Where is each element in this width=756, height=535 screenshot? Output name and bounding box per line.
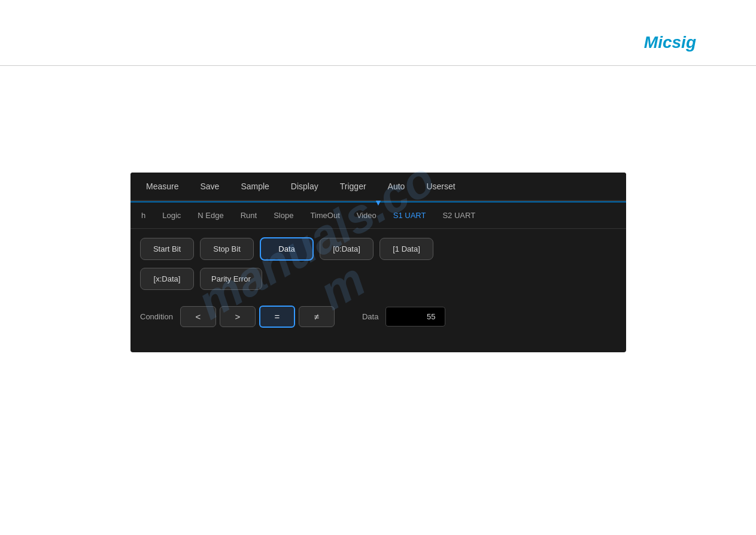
sub-menu-item-nedge[interactable]: N Edge [189, 208, 232, 223]
menu-item-trigger[interactable]: Trigger [329, 178, 377, 195]
sub-menu-item-logic[interactable]: Logic [154, 208, 189, 223]
osc-panel: Measure Save Sample Display Trigger Auto… [130, 173, 626, 352]
menu-bar: Measure Save Sample Display Trigger Auto… [130, 173, 626, 201]
condition-label: Condition [140, 312, 173, 321]
start-bit-button[interactable]: Start Bit [140, 238, 194, 260]
sub-menu-item-h[interactable]: h [133, 208, 154, 223]
cond-equal-button[interactable]: = [259, 306, 295, 328]
brand-logo: Micsig [644, 33, 696, 52]
data-value-display: 55 [385, 307, 445, 327]
sub-menu-item-runt[interactable]: Runt [232, 208, 265, 223]
0data-button[interactable]: [0:Data] [320, 238, 374, 260]
menu-item-save[interactable]: Save [189, 178, 230, 195]
condition-row: Condition < > = ≠ Data 55 [130, 306, 626, 328]
menu-item-display[interactable]: Display [280, 178, 329, 195]
data-button[interactable]: Data [260, 237, 314, 261]
sub-menu-item-slope[interactable]: Slope [265, 208, 302, 223]
xdata-button[interactable]: [x:Data] [140, 268, 194, 290]
parity-error-button[interactable]: Parity Error [200, 268, 262, 290]
sub-menu-item-s1uart[interactable]: S1 UART [385, 208, 435, 223]
menu-item-userset[interactable]: Userset [415, 178, 466, 195]
1data-button[interactable]: [1 Data] [379, 238, 433, 260]
sub-menu-item-s2uart[interactable]: S2 UART [434, 208, 484, 223]
data-label: Data [362, 312, 378, 321]
cond-greater-button[interactable]: > [220, 306, 256, 327]
stop-bit-button[interactable]: Stop Bit [200, 238, 254, 260]
menu-item-auto[interactable]: Auto [377, 178, 416, 195]
buttons-area: Start Bit Stop Bit Data [0:Data] [1 Data… [130, 229, 626, 303]
cond-less-button[interactable]: < [180, 306, 216, 327]
buttons-row-1: Start Bit Stop Bit Data [0:Data] [1 Data… [140, 237, 617, 261]
sub-menu-item-video[interactable]: Video [348, 208, 385, 223]
menu-item-measure[interactable]: Measure [135, 178, 189, 195]
buttons-row-2: [x:Data] Parity Error [140, 268, 617, 290]
header: Micsig [0, 0, 756, 66]
trigger-indicator: ▼ [374, 198, 382, 207]
cond-notequal-button[interactable]: ≠ [299, 306, 335, 327]
menu-item-sample[interactable]: Sample [230, 178, 280, 195]
sub-menu-item-timeout[interactable]: TimeOut [302, 208, 348, 223]
